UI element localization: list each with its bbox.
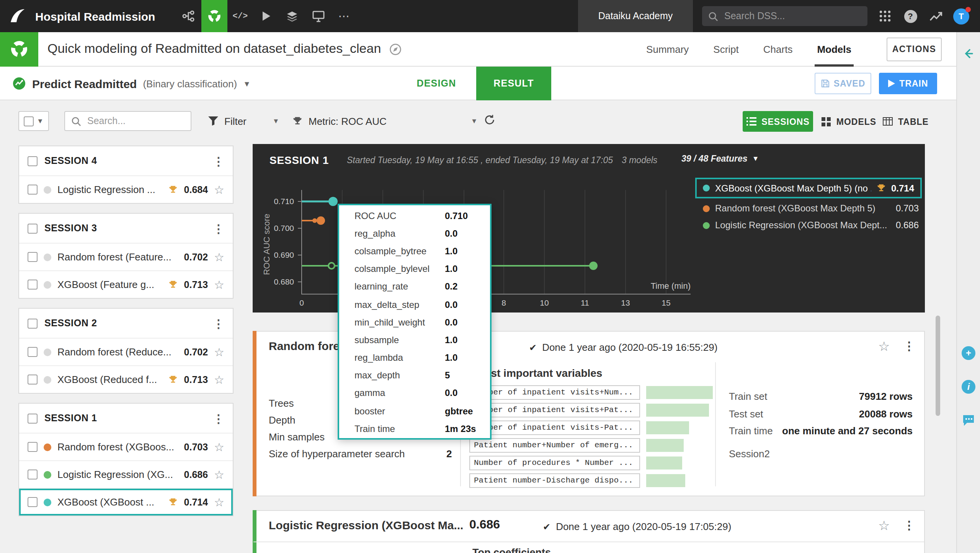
dss-search[interactable] xyxy=(702,6,867,26)
x-tick: 10 xyxy=(540,298,549,307)
view-sessions-button[interactable]: SESSIONS xyxy=(743,111,813,132)
kebab-menu-icon[interactable]: ⋮ xyxy=(903,339,915,353)
bulk-select-control[interactable]: ▼ xyxy=(18,111,49,131)
view-models-button[interactable]: MODELS xyxy=(821,111,877,132)
train-button[interactable]: TRAIN xyxy=(879,73,937,94)
model-checkbox[interactable] xyxy=(28,442,38,452)
filter-dropdown[interactable]: Filter ▼ xyxy=(208,111,279,131)
model-card-logistic-regression[interactable]: Logistic Regression (XGBoost Ma... 0.686… xyxy=(253,510,925,553)
star-icon[interactable]: ☆ xyxy=(214,441,224,453)
rf-final-point[interactable] xyxy=(317,216,325,225)
tab-models[interactable]: Models xyxy=(817,32,851,66)
jobs-play-icon[interactable] xyxy=(253,0,279,32)
model-row[interactable]: Random forest (Reduce... 0.702 ☆ xyxy=(19,338,233,365)
star-icon[interactable]: ☆ xyxy=(214,469,224,480)
model-checkbox[interactable] xyxy=(28,375,38,384)
model-checkbox[interactable] xyxy=(28,185,38,195)
info-label: Test set xyxy=(729,408,763,420)
model-row[interactable]: Logistic Regression ... 0.684 ☆ xyxy=(19,175,233,203)
model-row[interactable]: Logistic Regression (XG... 0.686 ☆ xyxy=(19,460,233,488)
model-row-selected[interactable]: XGBoost (XGBoost ... 0.714 ☆ xyxy=(19,488,233,515)
design-tab[interactable]: DESIGN xyxy=(412,67,461,100)
model-row[interactable]: Random forest (Feature... 0.702 ☆ xyxy=(19,243,233,270)
project-name[interactable]: Hospital Readmission xyxy=(35,10,155,23)
info-value: 79912 rows xyxy=(859,391,913,402)
more-icon[interactable]: ⋯ xyxy=(331,0,357,32)
legend-row-selected[interactable]: XGBoost (XGBoost Max Depth 5) (no ... 0.… xyxy=(695,178,922,198)
model-checkbox[interactable] xyxy=(28,470,38,479)
session-checkbox[interactable] xyxy=(28,223,38,233)
tab-charts[interactable]: Charts xyxy=(763,32,793,66)
legend-row[interactable]: Logistic Regression (XGBoost Max Dept...… xyxy=(701,218,920,233)
star-icon[interactable]: ☆ xyxy=(214,279,224,290)
help-icon[interactable]: ? xyxy=(903,0,918,32)
y-tick: 0.690 xyxy=(274,250,294,259)
task-name[interactable]: Predict Readmitted xyxy=(32,77,137,90)
kebab-menu-icon[interactable]: ⋮ xyxy=(213,412,224,424)
models-label: MODELS xyxy=(836,117,876,126)
legend-row[interactable]: Random forest (XGBoost Max Depth 5) 0.70… xyxy=(701,201,920,216)
user-avatar[interactable]: T xyxy=(953,8,969,24)
dashboard-icon[interactable] xyxy=(305,0,331,32)
session-checkbox[interactable] xyxy=(28,156,38,166)
kebab-menu-icon[interactable]: ⋮ xyxy=(213,155,224,167)
kebab-menu-icon[interactable]: ⋮ xyxy=(903,519,915,532)
discussions-icon[interactable] xyxy=(962,414,975,430)
dss-search-input[interactable] xyxy=(723,10,861,22)
model-checkbox[interactable] xyxy=(28,347,38,357)
metric-dropdown[interactable]: Metric: ROC AUC ▼ xyxy=(292,111,478,131)
model-row[interactable]: XGBoost (Feature g... 0.713 ☆ xyxy=(19,270,233,298)
actions-button[interactable]: ACTIONS xyxy=(887,37,942,61)
saved-button[interactable]: SAVED xyxy=(815,73,871,94)
star-icon[interactable]: ☆ xyxy=(878,518,890,534)
stack-icon[interactable] xyxy=(279,0,305,32)
dataiku-logo-icon[interactable] xyxy=(0,0,35,32)
model-search[interactable] xyxy=(64,111,191,131)
star-icon[interactable]: ☆ xyxy=(214,346,224,358)
vertical-scrollbar[interactable] xyxy=(936,316,940,416)
lr-final-point[interactable] xyxy=(589,262,598,270)
model-row[interactable]: Random forest (XGBoos... 0.703 ☆ xyxy=(19,433,233,460)
view-table-button[interactable]: TABLE xyxy=(882,111,929,132)
lab-analyses-icon[interactable] xyxy=(201,0,227,32)
analysis-icon[interactable] xyxy=(0,32,38,66)
bulk-select-checkbox[interactable] xyxy=(24,116,34,126)
model-checkbox[interactable] xyxy=(28,497,38,507)
model-checkbox[interactable] xyxy=(28,280,38,290)
xgb-hovered-point[interactable] xyxy=(328,197,338,206)
trophy-icon xyxy=(877,183,886,193)
star-icon[interactable]: ☆ xyxy=(214,251,224,263)
session-checkbox[interactable] xyxy=(28,413,38,423)
refresh-icon[interactable] xyxy=(484,114,495,126)
chevron-down-icon[interactable]: ▼ xyxy=(37,117,44,125)
tab-summary[interactable]: Summary xyxy=(646,32,689,66)
model-row[interactable]: XGBoost (Reduced f... 0.713 ☆ xyxy=(19,365,233,393)
lr-point[interactable] xyxy=(328,263,335,269)
session-checkbox[interactable] xyxy=(28,318,38,328)
flow-icon[interactable] xyxy=(175,0,201,32)
result-tab[interactable]: RESULT xyxy=(476,67,551,100)
session-link[interactable]: Session2 xyxy=(729,448,770,460)
navigate-compass-icon[interactable] xyxy=(389,43,402,56)
model-search-input[interactable] xyxy=(86,115,185,127)
add-icon[interactable]: + xyxy=(962,346,975,360)
notebooks-icon[interactable]: </> xyxy=(227,0,253,32)
tooltip-label: learning_rate xyxy=(354,281,445,292)
info-icon[interactable]: i xyxy=(962,380,975,394)
legend-label: XGBoost (XGBoost Max Depth 5) (no ... xyxy=(715,183,871,193)
tab-script[interactable]: Script xyxy=(713,32,738,66)
rf-point[interactable] xyxy=(312,218,317,223)
workspace-tab[interactable]: Dataiku Academy xyxy=(578,0,693,32)
kebab-menu-icon[interactable]: ⋮ xyxy=(213,317,224,329)
trend-icon[interactable] xyxy=(928,0,943,32)
collapse-arrow-icon[interactable] xyxy=(962,47,975,63)
star-icon[interactable]: ☆ xyxy=(214,496,224,508)
chevron-down-icon[interactable]: ▼ xyxy=(243,79,251,88)
star-icon[interactable]: ☆ xyxy=(214,184,224,195)
star-icon[interactable]: ☆ xyxy=(878,339,890,355)
apps-grid-icon[interactable] xyxy=(877,0,893,32)
model-checkbox[interactable] xyxy=(28,252,38,262)
info-label: Train time xyxy=(729,425,773,437)
star-icon[interactable]: ☆ xyxy=(214,374,224,385)
kebab-menu-icon[interactable]: ⋮ xyxy=(213,223,224,234)
